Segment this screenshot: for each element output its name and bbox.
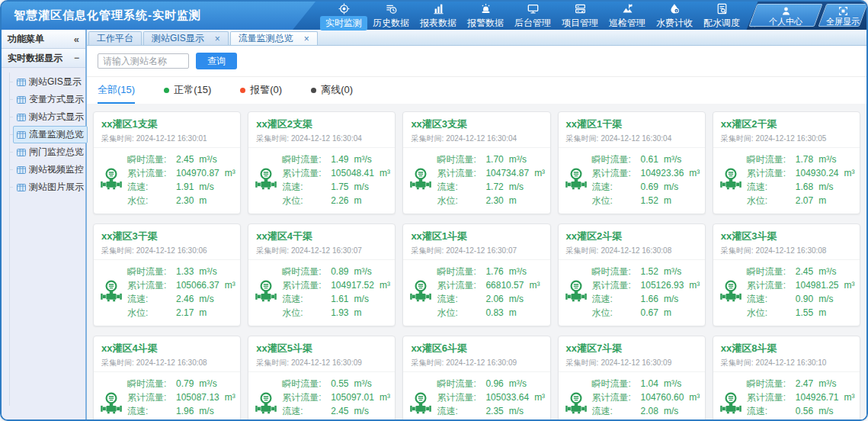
station-card[interactable]: xx灌区1干渠 采集时间:2024-12-12 16:30:04: [558, 111, 706, 214]
flow-meter-icon: [95, 391, 127, 417]
tab[interactable]: 流量监测总览 ×: [230, 31, 318, 45]
water-level-value: 1.78: [176, 418, 194, 421]
sidebar-section-header[interactable]: 实时数据显示 −: [2, 49, 85, 68]
metric-row: 流速: 2.35 m/s: [437, 404, 546, 418]
station-card[interactable]: xx灌区6斗渠 采集时间:2024-12-12 16:30:09: [402, 336, 550, 421]
water-level-value: 1.52: [641, 194, 658, 207]
total-flow-value: 104926.71: [796, 390, 839, 404]
status-dot: [311, 88, 316, 93]
metric-row: 瞬时流量: 0.96 m³/s: [437, 377, 546, 390]
station-card[interactable]: xx灌区2干渠 采集时间:2024-12-12 16:30:05: [713, 111, 860, 214]
nav-item[interactable]: 水费计收: [651, 2, 698, 31]
station-card-header: xx灌区2支渠 采集时间:2024-12-12 16:30:04: [248, 112, 395, 148]
station-card[interactable]: xx灌区5斗渠 采集时间:2024-12-12 16:30:09: [248, 336, 396, 421]
fullscreen-button[interactable]: 全屏显示: [822, 4, 863, 27]
tab-close-icon[interactable]: ×: [215, 34, 220, 43]
nav-item[interactable]: 后台管理: [509, 2, 556, 31]
tab-close-icon[interactable]: ×: [304, 34, 309, 43]
collect-time: 采集时间:2024-12-12 16:30:08: [566, 246, 697, 256]
user-center-button[interactable]: 个人中心: [753, 4, 818, 27]
metric-row: 瞬时流量: 1.76 m³/s: [437, 265, 546, 278]
nav-item-label: 历史数据: [367, 16, 415, 31]
section-collapse-icon[interactable]: −: [74, 53, 79, 63]
sidebar-item[interactable]: 测站GIS显示: [2, 73, 83, 91]
station-name: xx灌区4斗渠: [101, 342, 232, 355]
station-name: xx灌区5斗渠: [256, 342, 387, 355]
status-filter-tab[interactable]: 离线(0): [311, 83, 353, 104]
search-toolbar: 查询: [87, 46, 866, 76]
total-flow-value: 104734.87: [485, 166, 529, 180]
flow-speed-value: 1.72: [485, 180, 503, 194]
nav-item[interactable]: 配水调度: [698, 2, 745, 31]
station-card[interactable]: xx灌区3干渠 采集时间:2024-12-12 16:30:06: [93, 223, 241, 326]
sidebar-item-label: 闸门监控总览: [29, 146, 84, 159]
metric-row: 流速: 2.45 m/s: [282, 404, 392, 418]
station-card[interactable]: xx灌区2斗渠 采集时间:2024-12-12 16:30:08: [558, 223, 706, 326]
status-filter-tab[interactable]: 正常(15): [164, 83, 211, 104]
metric-row: 水位: 1.23 m: [592, 418, 702, 421]
tab-label: 流量监测总览: [239, 32, 293, 45]
metric-row: 累计流量: 105097.01 m³: [282, 390, 392, 404]
metric-row: 流速: 2.46 m/s: [127, 292, 237, 306]
metric-row: 瞬时流量: 2.47 m³/s: [747, 377, 857, 390]
metric-row: 水位: 2.17 m: [127, 306, 237, 320]
search-input[interactable]: [98, 53, 189, 69]
nav-item[interactable]: 项目管理: [556, 2, 604, 31]
sidebar-item[interactable]: 变量方式显示: [2, 91, 83, 108]
nav-item[interactable]: 巡检管理: [604, 2, 651, 31]
station-card[interactable]: xx灌区4干渠 采集时间:2024-12-12 16:30:07: [248, 223, 396, 326]
metric-row: 水位: 2.07 m: [747, 194, 857, 207]
metric-row: 水位: 1.55 m: [747, 306, 857, 320]
station-card-header: xx灌区1支渠 采集时间:2024-12-12 16:30:01: [94, 112, 240, 148]
station-card[interactable]: xx灌区3支渠 采集时间:2024-12-12 16:30:04: [402, 111, 550, 214]
metric-row: 瞬时流量: 1.49 m³/s: [282, 153, 392, 166]
sidebar-item[interactable]: 测站图片展示: [2, 178, 83, 196]
flow-speed-value: 2.45: [331, 404, 348, 418]
sidebar-section-title: 实时数据显示: [8, 52, 62, 65]
collect-time: 采集时间:2024-12-12 16:30:10: [721, 358, 852, 368]
sidebar-item[interactable]: 测站方式显示: [2, 108, 83, 126]
nav-item-label: 水费计收: [651, 16, 698, 31]
menu-collapse-icon[interactable]: «: [74, 34, 79, 45]
metric-row: 水位: 0.83 m: [437, 306, 546, 320]
tab[interactable]: 测站GIS显示 ×: [143, 31, 229, 45]
nav-item[interactable]: 实时监测: [320, 2, 367, 31]
station-metrics: 瞬时流量: 1.52 m³/s 累计流量: 105126.93 m³: [592, 265, 702, 320]
station-card[interactable]: xx灌区4斗渠 采集时间:2024-12-12 16:30:08: [93, 336, 241, 421]
water-level-value: 0.91: [485, 418, 503, 421]
status-filter-tab[interactable]: 全部(15): [98, 83, 135, 104]
user-icon: [781, 5, 791, 17]
realtime-monitor-icon: [338, 3, 350, 15]
total-flow-value: 66810.57: [485, 278, 524, 292]
station-card-header: xx灌区2斗渠 采集时间:2024-12-12 16:30:08: [559, 224, 705, 260]
sidebar-item[interactable]: 闸门监控总览: [2, 143, 83, 161]
water-level-value: 1.93: [331, 306, 348, 320]
sidebar-item[interactable]: 流量监测总览: [2, 126, 83, 143]
station-metrics: 瞬时流量: 0.89 m³/s 累计流量: 104917.52 m³: [282, 265, 392, 320]
station-metrics: 瞬时流量: 1.70 m³/s 累计流量: 104734.87 m³: [437, 153, 546, 207]
station-card[interactable]: xx灌区3斗渠 采集时间:2024-12-12 16:30:08: [713, 223, 860, 326]
nav-item[interactable]: 报表数据: [415, 2, 462, 31]
sidebar-item-label: 变量方式显示: [29, 93, 84, 106]
sidebar-item[interactable]: 测站视频监控: [2, 161, 83, 178]
table-icon: [17, 183, 26, 192]
station-card[interactable]: xx灌区2支渠 采集时间:2024-12-12 16:30:04: [248, 111, 396, 214]
station-card[interactable]: xx灌区1斗渠 采集时间:2024-12-12 16:30:07: [402, 223, 550, 326]
metric-row: 水位: 2.30 m: [437, 194, 546, 207]
metric-row: 累计流量: 104930.24 m³: [747, 166, 857, 180]
station-card[interactable]: xx灌区1支渠 采集时间:2024-12-12 16:30:01: [93, 111, 241, 214]
flow-speed-value: 1.91: [176, 180, 194, 194]
station-card[interactable]: xx灌区8斗渠 采集时间:2024-12-12 16:30:10: [713, 336, 860, 421]
metric-row: 流速: 0.90 m/s: [747, 292, 857, 306]
nav-item[interactable]: 历史数据: [367, 2, 415, 31]
nav-item[interactable]: 报警数据: [462, 2, 509, 31]
flow-meter-icon: [405, 391, 437, 417]
nav-item-label: 配水调度: [698, 16, 745, 31]
station-card-grid: xx灌区1支渠 采集时间:2024-12-12 16:30:01: [87, 104, 866, 421]
status-filter-tab[interactable]: 报警(0): [240, 83, 282, 104]
search-button[interactable]: 查询: [196, 53, 237, 69]
collect-time: 采集时间:2024-12-12 16:30:06: [101, 246, 232, 256]
tab[interactable]: 工作平台: [88, 31, 142, 45]
total-flow-value: 104917.52: [331, 278, 374, 292]
station-card[interactable]: xx灌区7斗渠 采集时间:2024-12-12 16:30:09: [558, 336, 706, 421]
